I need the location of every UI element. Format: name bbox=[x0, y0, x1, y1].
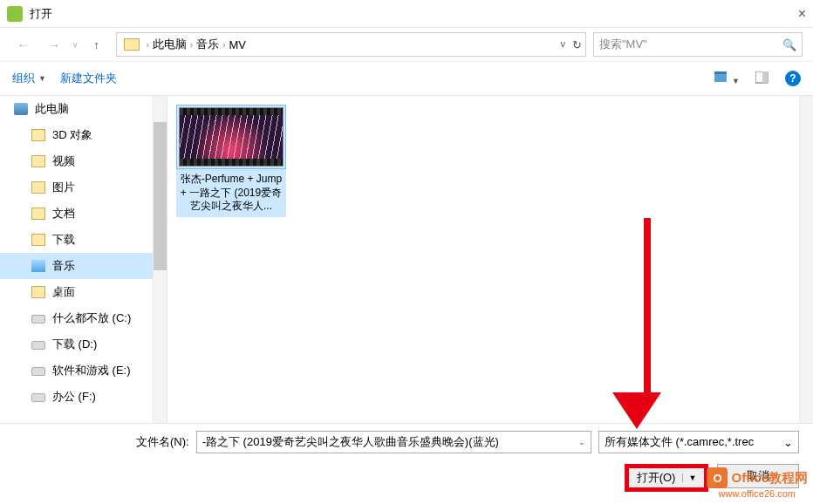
sidebar-item-label: 桌面 bbox=[52, 284, 75, 300]
sidebar-item-label: 此电脑 bbox=[35, 101, 69, 117]
sidebar-item-label: 3D 对象 bbox=[52, 127, 92, 143]
history-dropdown[interactable]: v bbox=[73, 40, 78, 49]
breadcrumb-item[interactable]: 音乐 bbox=[196, 37, 219, 52]
refresh-icon[interactable]: ↻ bbox=[572, 38, 582, 51]
sidebar-item[interactable]: 视频 bbox=[0, 148, 167, 174]
app-icon bbox=[7, 6, 23, 22]
sidebar-item[interactable]: 音乐 bbox=[0, 253, 167, 279]
folder-icon bbox=[31, 234, 45, 246]
sidebar-item[interactable]: 软件和游戏 (E:) bbox=[0, 358, 167, 384]
open-button[interactable]: 打开(O)▼ bbox=[625, 464, 708, 492]
sidebar-item[interactable]: 此电脑 bbox=[0, 96, 167, 122]
drive-icon bbox=[31, 315, 45, 324]
chevron-down-icon[interactable]: ⌄ bbox=[578, 438, 585, 446]
folder-icon bbox=[31, 129, 45, 141]
forward-button[interactable]: → bbox=[42, 32, 66, 57]
sidebar-item-label: 下载 (D:) bbox=[52, 337, 97, 352]
view-icon[interactable]: ▼ bbox=[714, 72, 740, 86]
sidebar-item[interactable]: 桌面 bbox=[0, 279, 167, 305]
window-title: 打开 bbox=[30, 6, 771, 22]
video-thumbnail-icon bbox=[179, 107, 284, 167]
sidebar-item[interactable]: 办公 (F:) bbox=[0, 384, 167, 410]
filetype-dropdown[interactable]: 所有媒体文件 (*.camrec,*.trec ⌄ bbox=[598, 431, 799, 453]
sidebar-item-label: 软件和游戏 (E:) bbox=[52, 363, 131, 378]
breadcrumb-item[interactable]: MV bbox=[229, 38, 247, 51]
chevron-down-icon[interactable]: ⌄ bbox=[783, 436, 793, 449]
svg-rect-0 bbox=[714, 73, 727, 82]
sidebar-item-label: 视频 bbox=[52, 153, 75, 169]
folder-icon bbox=[31, 208, 45, 220]
sidebar-item[interactable]: 下载 (D:) bbox=[0, 331, 167, 358]
sidebar-item[interactable]: 图片 bbox=[0, 174, 167, 201]
help-icon[interactable]: ? bbox=[785, 71, 801, 86]
svg-rect-1 bbox=[714, 72, 727, 74]
drive-icon bbox=[31, 341, 45, 350]
filename-input[interactable]: -路之下 (2019爱奇艺尖叫之夜华人歌曲音乐盛典晚会)(蓝光) ⌄ bbox=[196, 431, 591, 453]
search-icon[interactable]: 🔍 bbox=[782, 38, 796, 51]
breadcrumb[interactable]: › 此电脑 › 音乐 › MV v ↻ bbox=[116, 32, 587, 57]
pc-icon bbox=[14, 103, 28, 115]
scrollbar[interactable] bbox=[153, 96, 167, 427]
file-item[interactable]: 张杰-Perfume + Jump + 一路之下 (2019爱奇艺尖叫之夜华人.… bbox=[176, 105, 286, 217]
sidebar-item-label: 音乐 bbox=[52, 258, 75, 274]
file-name-label: 张杰-Perfume + Jump + 一路之下 (2019爱奇艺尖叫之夜华人.… bbox=[176, 169, 286, 217]
back-button[interactable]: ← bbox=[10, 32, 35, 57]
folder-icon bbox=[31, 155, 45, 167]
close-button[interactable]: × bbox=[771, 6, 806, 22]
svg-rect-3 bbox=[762, 72, 768, 83]
filename-label: 文件名(N): bbox=[136, 434, 189, 450]
sidebar-item-label: 什么都不放 (C:) bbox=[52, 310, 131, 326]
folder-icon bbox=[31, 286, 45, 298]
folder-icon bbox=[31, 181, 45, 194]
sidebar: 此电脑3D 对象视频图片文档下载音乐桌面什么都不放 (C:)下载 (D:)软件和… bbox=[0, 96, 167, 427]
sidebar-item-label: 办公 (F:) bbox=[52, 389, 96, 405]
breadcrumb-item[interactable]: 此电脑 bbox=[153, 37, 187, 52]
watermark-url: www.office26.com bbox=[719, 488, 796, 499]
sidebar-item[interactable]: 文档 bbox=[0, 201, 167, 227]
up-button[interactable]: ↑ bbox=[85, 32, 109, 57]
breadcrumb-dropdown-icon[interactable]: v bbox=[561, 38, 566, 51]
sidebar-item[interactable]: 下载 bbox=[0, 227, 167, 253]
organize-button[interactable]: 组织▼ bbox=[12, 71, 46, 86]
search-placeholder: 搜索"MV" bbox=[599, 37, 782, 52]
scrollbar[interactable] bbox=[799, 96, 813, 427]
sidebar-item-label: 文档 bbox=[52, 206, 75, 221]
file-list[interactable]: 张杰-Perfume + Jump + 一路之下 (2019爱奇艺尖叫之夜华人.… bbox=[167, 96, 813, 427]
sidebar-item[interactable]: 什么都不放 (C:) bbox=[0, 305, 167, 331]
chevron-down-icon: ▼ bbox=[682, 473, 696, 482]
folder-icon bbox=[124, 38, 140, 51]
music-icon bbox=[31, 260, 45, 272]
new-folder-button[interactable]: 新建文件夹 bbox=[60, 71, 117, 86]
sidebar-item[interactable]: 3D 对象 bbox=[0, 122, 167, 148]
sidebar-item-label: 下载 bbox=[52, 232, 75, 248]
watermark: O Office教程网 bbox=[707, 467, 808, 488]
drive-icon bbox=[31, 367, 45, 376]
search-input[interactable]: 搜索"MV" 🔍 bbox=[593, 32, 803, 57]
sidebar-item-label: 图片 bbox=[52, 180, 75, 195]
drive-icon bbox=[31, 393, 45, 402]
preview-pane-icon[interactable] bbox=[755, 72, 769, 86]
